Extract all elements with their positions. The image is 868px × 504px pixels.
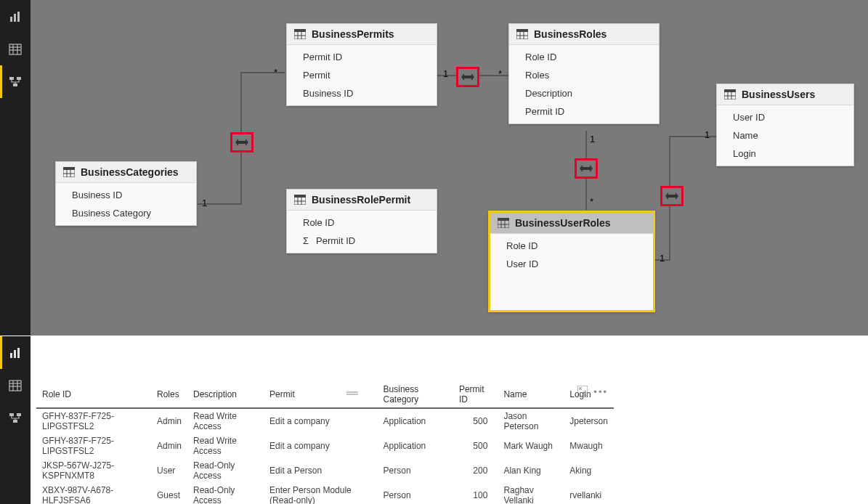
svg-rect-8	[9, 77, 14, 80]
svg-rect-2	[17, 12, 20, 22]
table-field[interactable]: User ID	[490, 255, 653, 273]
svg-rect-63	[13, 420, 17, 423]
cardinality-one: 1	[590, 134, 595, 145]
table-row[interactable]: GFHY-837F-F725-LIPGSTFSL2AdminRead Write…	[36, 408, 614, 434]
table-cell: Edit a Person	[264, 458, 377, 483]
relationship-direction-marker[interactable]	[660, 186, 684, 206]
svg-rect-37	[498, 218, 509, 221]
table-row[interactable]: GFHY-837F-F725-LIPGSTFSL2AdminRead Write…	[36, 434, 614, 458]
table-card-businesspermits[interactable]: BusinessPermits Permit ID Permit Busines…	[286, 23, 437, 106]
table-cell: Read-Only Access	[187, 483, 264, 504]
model-canvas[interactable]: 1 * 1 * 1 * 1 1 BusinessPermits Permit I…	[31, 0, 868, 336]
table-card-businesscategories[interactable]: BusinessCategories Business ID Business …	[55, 161, 197, 226]
svg-rect-1	[14, 14, 16, 22]
filter-direction-icon	[461, 73, 474, 81]
nav-model-view[interactable]	[0, 65, 31, 98]
table-cell: XBXY-987V-A678-HLFJSFSA6	[36, 483, 151, 504]
svg-rect-62	[17, 413, 21, 416]
relationship-direction-marker[interactable]	[575, 158, 598, 179]
table-cell: Read Write Access	[187, 408, 264, 434]
svg-rect-27	[63, 167, 75, 170]
filter-direction-icon	[235, 138, 248, 147]
svg-rect-22	[724, 89, 736, 92]
relationship-direction-marker[interactable]	[456, 67, 479, 87]
table-icon	[63, 167, 75, 177]
svg-rect-12	[294, 29, 306, 32]
table-cell: Admin	[151, 408, 187, 434]
cardinality-many: *	[498, 68, 502, 79]
cardinality-one: 1	[443, 68, 448, 79]
table-field[interactable]: Description	[509, 84, 659, 102]
svg-rect-49	[583, 167, 590, 170]
col-header[interactable]: Permit ID	[453, 380, 498, 408]
nav-report-view-bottom[interactable]	[0, 336, 31, 369]
nav-rail-top	[0, 0, 31, 336]
table-cell: Mark Waugh	[498, 434, 564, 458]
table-field[interactable]: User ID	[717, 108, 853, 126]
focus-mode-icon[interactable]	[577, 386, 588, 398]
table-cell: Jpeterson	[564, 408, 614, 434]
table-field[interactable]: Role ID	[509, 48, 659, 66]
col-header[interactable]: Description	[187, 380, 264, 408]
table-card-businessuserroles[interactable]: BusinessUserRoles Role ID User ID	[488, 211, 655, 312]
table-field-label: Permit ID	[316, 235, 355, 246]
cardinality-many: *	[274, 67, 277, 78]
model-icon	[9, 412, 22, 425]
table-cell: JKSP-567W-J275-KSPFNXMT8	[36, 458, 151, 483]
table-cell: Aking	[564, 458, 614, 483]
data-icon	[9, 379, 22, 392]
table-field[interactable]: Business ID	[56, 186, 196, 204]
table-card-businessroles[interactable]: BusinessRoles Role ID Roles Description …	[508, 23, 660, 124]
table-field[interactable]: Role ID	[287, 214, 437, 232]
svg-rect-56	[9, 381, 21, 391]
nav-model-view-bottom[interactable]	[0, 402, 31, 434]
report-icon	[9, 10, 22, 23]
table-field[interactable]: Roles	[509, 66, 659, 84]
col-header[interactable]: Name	[498, 380, 564, 408]
table-field[interactable]: Business ID	[287, 84, 437, 102]
table-card-businessusers[interactable]: BusinessUsers User ID Name Login	[716, 84, 854, 166]
svg-marker-48	[590, 165, 593, 172]
more-options-icon[interactable]: •••	[593, 386, 608, 397]
table-cell: User	[151, 458, 187, 483]
cardinality-one: 1	[202, 198, 207, 208]
data-icon	[9, 43, 22, 56]
table-row[interactable]: JKSP-567W-J275-KSPFNXMT8UserRead-Only Ac…	[36, 458, 614, 483]
svg-rect-0	[10, 17, 12, 22]
table-field[interactable]: Login	[717, 145, 853, 163]
table-row[interactable]: XBXY-987V-A678-HLFJSFSA6GuestRead-Only A…	[36, 483, 614, 504]
svg-marker-50	[665, 192, 668, 200]
svg-rect-53	[10, 353, 12, 358]
table-cell: 500	[453, 434, 498, 458]
col-header[interactable]: Role ID	[36, 380, 151, 408]
drag-handle-icon[interactable]	[346, 387, 358, 398]
svg-marker-41	[235, 139, 238, 146]
col-header[interactable]: Permit	[264, 380, 377, 408]
table-field[interactable]: Name	[717, 126, 853, 145]
svg-rect-66	[577, 386, 588, 396]
svg-rect-17	[516, 29, 528, 32]
svg-rect-46	[464, 76, 471, 78]
cardinality-one: 1	[660, 253, 665, 264]
relationship-direction-marker[interactable]	[230, 132, 253, 153]
table-field[interactable]: Permit ID	[287, 48, 437, 66]
model-icon	[9, 76, 22, 89]
table-card-businessrolepermit[interactable]: BusinessRolePermit Role ID ΣPermit ID	[286, 189, 437, 253]
report-canvas[interactable]: ••• Role ID Roles Description Permit Bus…	[31, 336, 868, 504]
col-header[interactable]: Roles	[151, 380, 187, 408]
col-header[interactable]: Business Category	[378, 380, 453, 408]
table-field[interactable]: Business Category	[56, 204, 196, 222]
nav-report-view[interactable]	[0, 0, 31, 33]
cardinality-many: *	[590, 196, 593, 207]
sigma-icon: Σ	[303, 235, 309, 246]
svg-rect-3	[9, 44, 21, 54]
table-field[interactable]: Role ID	[490, 237, 653, 255]
nav-data-view-bottom[interactable]	[0, 369, 31, 402]
svg-rect-10	[13, 84, 17, 86]
nav-data-view[interactable]	[0, 33, 31, 65]
table-field[interactable]: Permit ID	[509, 102, 659, 121]
table-icon	[498, 218, 509, 228]
table-field[interactable]: ΣPermit ID	[287, 232, 437, 250]
table-field[interactable]: Permit	[287, 66, 437, 84]
table-cell: Mwaugh	[564, 434, 614, 458]
